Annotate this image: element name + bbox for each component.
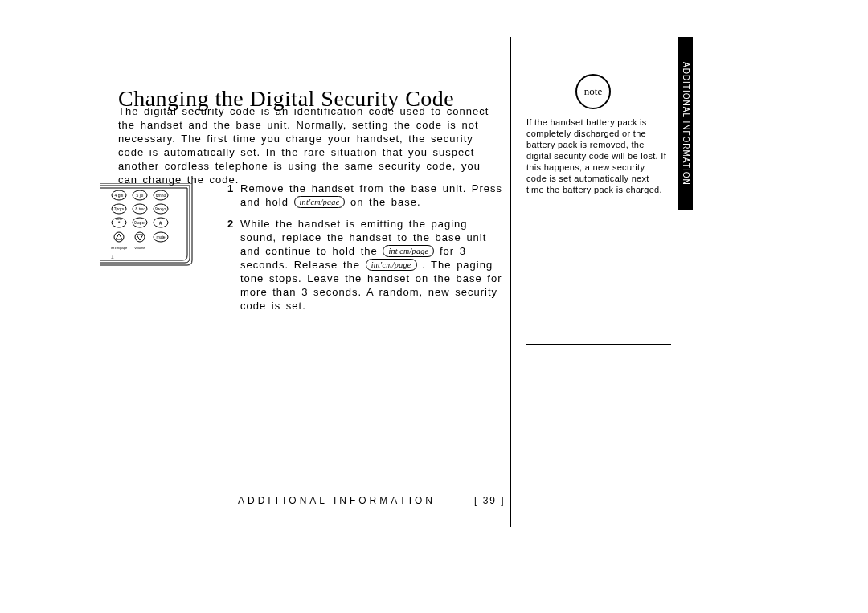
svg-text:volume: volume: [135, 246, 146, 250]
svg-text:0 oper: 0 oper: [134, 220, 146, 225]
section-tab: ADDITIONAL INFORMATION: [678, 37, 693, 210]
step-body: While the handset is emitting the paging…: [240, 217, 505, 313]
button-label-pill: int'cm/page: [294, 196, 346, 208]
step-number: 1: [227, 182, 240, 209]
svg-text:tone: tone: [116, 217, 123, 221]
footer-section-label: ADDITIONAL INFORMATION: [238, 495, 436, 506]
step: 1Remove the handset from the base unit. …: [227, 182, 505, 209]
svg-text:4 ghi: 4 ghi: [115, 193, 124, 198]
svg-text:9wxyz: 9wxyz: [155, 206, 166, 211]
svg-text:6mno: 6mno: [156, 193, 166, 198]
svg-text:8 tuv: 8 tuv: [136, 206, 145, 211]
step-body: Remove the handset from the base unit. P…: [240, 182, 505, 209]
svg-marker-26: [137, 235, 143, 240]
step: 2While the handset is emitting the pagin…: [227, 217, 505, 313]
svg-text:7pqrs: 7pqrs: [114, 206, 125, 211]
note-icon: note: [575, 74, 611, 109]
svg-text:⟂: ⟂: [111, 255, 114, 260]
intro-paragraph: The digital security code is an identifi…: [118, 104, 496, 186]
manual-page: Changing the Digital Security Code The d…: [0, 0, 868, 613]
svg-text:5 jkl: 5 jkl: [137, 193, 144, 198]
vertical-divider: [510, 37, 511, 527]
button-label-pill: int'cm/page: [366, 259, 417, 271]
svg-text:#: #: [159, 220, 162, 226]
step-number: 2: [227, 217, 240, 313]
steps-list: 1Remove the handset from the base unit. …: [227, 182, 505, 321]
svg-text:int'cm/page: int'cm/page: [111, 246, 128, 250]
svg-text:*: *: [118, 220, 121, 226]
keypad-illustration: 4 ghi5 jkl6mno 7pqrs8 tuv9wxyz *0 oper# …: [100, 183, 204, 272]
footer-page-number: [ 39 ]: [474, 495, 506, 506]
note-divider: [526, 344, 671, 345]
note-text: If the handset battery pack is completel…: [526, 116, 667, 195]
svg-marker-25: [116, 234, 122, 239]
button-label-pill: int'cm/page: [383, 245, 434, 257]
svg-text:mute: mute: [156, 235, 165, 239]
